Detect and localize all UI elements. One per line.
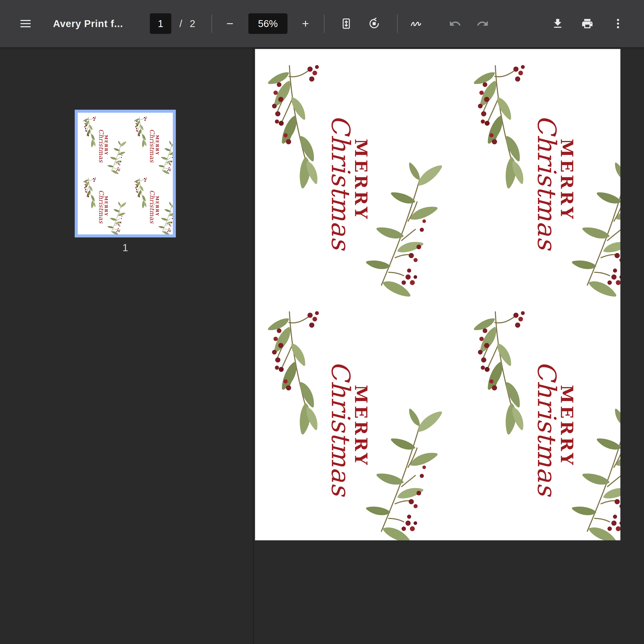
pdf-viewer-window: Avery Print f... 1 / 2 − 56% + bbox=[0, 0, 644, 644]
page-number-input[interactable]: 1 bbox=[150, 13, 171, 34]
zoom-out-button[interactable]: − bbox=[220, 14, 239, 33]
minus-icon: − bbox=[226, 18, 234, 30]
thumbnail-page-label: 1 bbox=[75, 242, 176, 254]
download-icon bbox=[551, 17, 564, 30]
christmas-cards-sheet bbox=[255, 49, 620, 540]
zoom-in-button[interactable]: + bbox=[296, 14, 315, 33]
current-page-value: 1 bbox=[158, 18, 163, 29]
rotate-button[interactable] bbox=[365, 14, 384, 33]
print-icon bbox=[581, 17, 594, 30]
pdf-toolbar: Avery Print f... 1 / 2 − 56% + bbox=[0, 0, 644, 47]
fit-to-page-button[interactable] bbox=[337, 14, 356, 33]
rotate-counterclockwise-icon bbox=[368, 17, 380, 30]
page-1-thumbnail[interactable] bbox=[75, 110, 176, 237]
document-scroll-area[interactable] bbox=[254, 47, 644, 644]
more-vertical-icon bbox=[612, 17, 624, 30]
toolbar-divider bbox=[397, 14, 398, 33]
plus-icon: + bbox=[302, 18, 309, 30]
toolbar-divider bbox=[211, 14, 212, 33]
toolbar-divider bbox=[324, 14, 325, 33]
document-title: Avery Print f... bbox=[53, 18, 123, 29]
thumbnail-sidebar: 1 bbox=[0, 47, 253, 644]
page-1-thumbnail-art bbox=[78, 113, 173, 234]
page-separator: / bbox=[179, 18, 182, 29]
ink-pen-squiggle-icon bbox=[410, 17, 422, 30]
more-options-button[interactable] bbox=[609, 14, 627, 33]
fit-to-page-icon bbox=[340, 17, 352, 30]
document-page-1 bbox=[255, 49, 620, 540]
zoom-level-input[interactable]: 56% bbox=[248, 13, 287, 34]
hamburger-menu-icon bbox=[19, 17, 32, 30]
zoom-level-value: 56% bbox=[258, 18, 278, 29]
redo-icon bbox=[476, 17, 489, 30]
total-pages: 2 bbox=[190, 18, 195, 29]
undo-button[interactable] bbox=[446, 14, 465, 33]
annotate-button[interactable] bbox=[407, 14, 425, 33]
download-button[interactable] bbox=[548, 14, 567, 33]
redo-button[interactable] bbox=[473, 14, 492, 33]
undo-icon bbox=[449, 17, 461, 30]
menu-button[interactable] bbox=[16, 14, 35, 33]
print-button[interactable] bbox=[578, 14, 597, 33]
